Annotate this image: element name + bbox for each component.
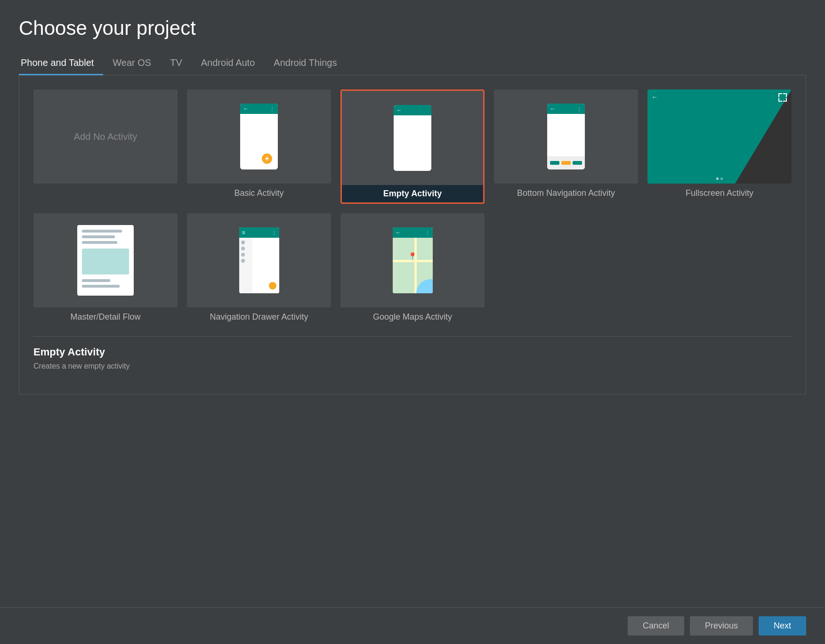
next-button[interactable]: Next [759, 616, 806, 636]
activity-grid: Add No Activity ← ⋮ + [33, 89, 792, 322]
basic-phone-header: ← ⋮ [240, 104, 278, 114]
empty-phone-body [394, 115, 431, 171]
maps-road-vertical [414, 238, 417, 293]
footer: Cancel Previous Next [0, 607, 825, 644]
tab-android-auto[interactable]: Android Auto [192, 53, 265, 75]
google-maps-label: Google Maps Activity [373, 312, 452, 322]
card-add-no-activity[interactable]: Add No Activity [33, 89, 178, 204]
nav-dots-icon: ⋮ [272, 230, 276, 235]
bottom-nav-body [547, 114, 585, 169]
back-arrow-icon: ← [243, 105, 249, 112]
card-nav-drawer[interactable]: ≡ ⋮ [187, 213, 331, 322]
nav-item-2 [561, 161, 571, 165]
nav-drawer-body [239, 238, 279, 293]
maps-dots-icon: ⋮ [425, 230, 430, 235]
fullscreen-back-icon: ← [651, 93, 658, 101]
basic-phone-body: + [240, 114, 278, 169]
md-line-3 [82, 241, 117, 244]
bottom-nav-phone-header: ← ⋮ [547, 104, 585, 114]
tab-android-things[interactable]: Android Things [264, 53, 346, 75]
expand-icon [778, 93, 787, 102]
nav-drawer-mockup: ≡ ⋮ [239, 227, 279, 293]
description-area: Empty Activity Creates a new empty activ… [33, 336, 792, 380]
back-arrow-icon: ← [550, 105, 556, 112]
main-container: Choose your project Phone and Tablet Wea… [0, 0, 825, 394]
md-line-5 [82, 285, 120, 288]
card-thumbnail-fullscreen: ← [647, 89, 792, 184]
nav-menu-icon: ≡ [242, 229, 245, 236]
nav-drawer-label: Navigation Drawer Activity [210, 312, 308, 322]
md-line-4 [82, 279, 110, 282]
empty-phone-mockup: ← [394, 105, 431, 171]
card-fullscreen-activity[interactable]: ← Fullscreen Activity [647, 89, 792, 204]
nav-dot-1 [241, 241, 245, 244]
nav-drawer-fab [269, 282, 276, 290]
bottom-nav-label: Bottom Navigation Activity [517, 188, 615, 198]
nav-item-1 [550, 161, 559, 165]
empty-phone-header: ← [394, 105, 431, 115]
menu-dots-icon: ⋮ [577, 106, 582, 112]
card-thumbnail-empty-activity: ← [342, 91, 483, 185]
card-thumbnail-add-no-activity: Add No Activity [33, 89, 178, 184]
fullscreen-label: Fullscreen Activity [686, 188, 753, 198]
master-detail-body [77, 225, 134, 296]
maps-header: ← ⋮ [393, 227, 433, 238]
card-thumbnail-google-maps: ← ⋮ 📍 [340, 213, 485, 307]
master-detail-mockup [77, 225, 134, 296]
previous-button[interactable]: Previous [690, 616, 753, 636]
maps-body: 📍 [393, 238, 433, 293]
card-thumbnail-bottom-nav: ← ⋮ [494, 89, 638, 184]
description-title: Empty Activity [33, 346, 792, 358]
basic-activity-label: Basic Activity [234, 188, 283, 198]
tab-tv[interactable]: TV [161, 53, 192, 75]
card-thumbnail-basic-activity: ← ⋮ + [187, 89, 331, 184]
nav-drawer-header: ≡ ⋮ [239, 227, 279, 238]
basic-phone-mockup: ← ⋮ + [240, 104, 278, 169]
card-master-detail[interactable]: Master/Detail Flow [33, 213, 178, 322]
tab-phone-tablet[interactable]: Phone and Tablet [19, 53, 103, 75]
empty-activity-selected-wrapper: ← Empty Activity [340, 89, 485, 204]
nav-dot-4 [241, 259, 245, 263]
maps-mockup: ← ⋮ 📍 [393, 227, 433, 293]
nav-dot-3 [241, 253, 245, 257]
maps-back-icon: ← [396, 229, 401, 236]
nav-drawer-left [239, 238, 252, 293]
no-activity-label-inner: Add No Activity [74, 131, 138, 142]
master-detail-label: Master/Detail Flow [70, 312, 140, 322]
card-empty-activity[interactable]: ← Empty Activity [340, 89, 485, 204]
description-text: Creates a new empty activity [33, 362, 792, 370]
empty-activity-selected-label: Empty Activity [342, 185, 483, 202]
bottom-nav-phone-mockup: ← ⋮ [547, 104, 585, 169]
card-thumbnail-master-detail [33, 213, 178, 307]
md-line-1 [82, 230, 122, 233]
tab-wear-os[interactable]: Wear OS [103, 53, 161, 75]
md-line-2 [82, 235, 115, 238]
card-thumbnail-nav-drawer: ≡ ⋮ [187, 213, 331, 307]
fullscreen-thumb: ← [647, 89, 792, 184]
fullscreen-dots [716, 177, 723, 180]
card-bottom-nav-activity[interactable]: ← ⋮ Bottom Navigation Activity [494, 89, 638, 204]
cancel-button[interactable]: Cancel [628, 616, 684, 636]
nav-drawer-right [252, 238, 279, 293]
md-card [82, 249, 129, 274]
maps-water [416, 279, 433, 293]
card-basic-activity[interactable]: ← ⋮ + Basic Activity [187, 89, 331, 204]
maps-pin-icon: 📍 [408, 252, 417, 261]
fab-icon: + [262, 153, 272, 164]
nav-dot-2 [241, 247, 245, 250]
fullscreen-slash [735, 89, 792, 184]
bottom-nav-bar [547, 156, 585, 169]
content-area: Add No Activity ← ⋮ + [19, 75, 806, 394]
tabs-row: Phone and Tablet Wear OS TV Android Auto… [19, 53, 806, 75]
nav-item-3 [573, 161, 582, 165]
menu-dots-icon: ⋮ [270, 106, 275, 112]
page-title: Choose your project [19, 17, 806, 40]
back-arrow-icon: ← [396, 107, 402, 113]
card-google-maps[interactable]: ← ⋮ 📍 Google Maps Activity [340, 213, 485, 322]
